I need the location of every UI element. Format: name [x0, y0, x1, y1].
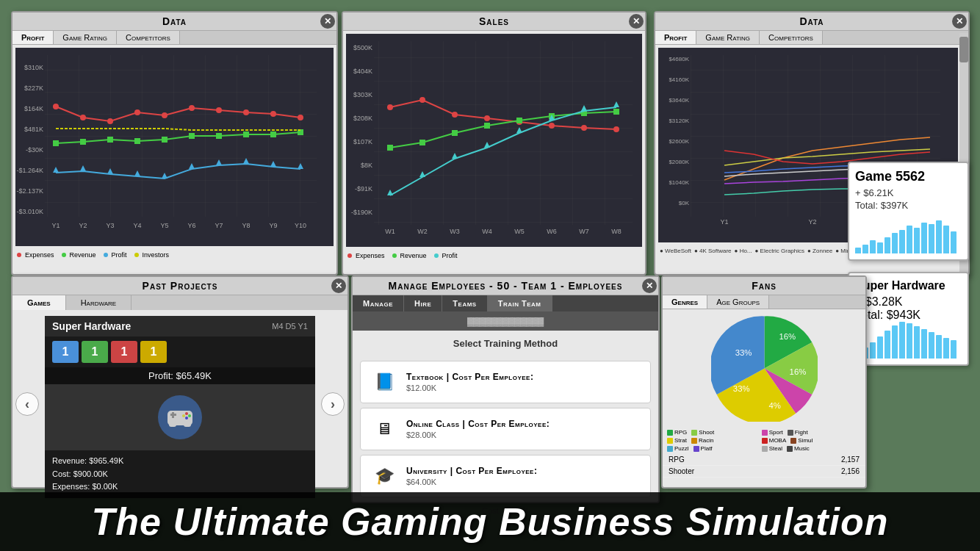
svg-text:$481K: $481K	[24, 126, 43, 133]
fans-legend: RPG Shoot Sport Fight Strat Racin MOBA S…	[663, 427, 865, 454]
tab-hire[interactable]: Hire	[404, 295, 442, 311]
svg-text:16%: 16%	[779, 331, 796, 340]
tab-age-groups[interactable]: Age Groups	[707, 295, 769, 309]
svg-text:$3640K: $3640K	[669, 97, 689, 104]
prev-project-button[interactable]: ‹	[15, 392, 39, 416]
close-past-button[interactable]: ✕	[331, 278, 346, 293]
fans-pie-chart: 16% 16% 33% 4% 33%	[711, 315, 818, 422]
chart-data-left: $310K $227K $164K $481K -$30K -$1.264K -…	[15, 48, 334, 246]
svg-point-70	[452, 112, 458, 118]
svg-text:Y2: Y2	[808, 218, 816, 226]
svg-text:$500K: $500K	[353, 44, 372, 51]
panel-employees-title: Manage Employees - 50 - Team 1 - Employe…	[389, 280, 623, 292]
employees-top-bar: ▓▓▓▓▓▓▓▓▓▓▓▓▓	[353, 311, 658, 331]
panel-past-title: Past Projects	[143, 280, 218, 292]
panel-sales: Sales ✕ $500K $404K $303K $208K $107K $8…	[342, 11, 646, 276]
super-hardware-gain: + $3.28K	[855, 295, 962, 309]
chart-legend-left: Expenses Revenue Profit Investors	[12, 249, 336, 261]
tab-game-rating-left[interactable]: Game Rating	[54, 31, 117, 44]
super-hardware-chart	[855, 322, 962, 359]
university-details: University | Cost Per Employee: $64.00K	[406, 466, 537, 486]
panel-sales-title: Sales	[479, 15, 509, 27]
svg-rect-32	[107, 137, 113, 143]
svg-text:33%: 33%	[735, 348, 752, 357]
past-project-tabs: Games Hardware	[12, 295, 347, 310]
data-right-tabs: Profit Game Rating Competitors	[655, 31, 968, 45]
panel-data-left: Data ✕ Profit Game Rating Competitors $3…	[11, 11, 338, 276]
svg-rect-80	[516, 118, 522, 123]
svg-point-27	[243, 109, 249, 115]
tab-game-rating-right[interactable]: Game Rating	[696, 31, 760, 44]
tab-profit-left[interactable]: Profit	[12, 31, 54, 44]
svg-rect-37	[243, 132, 249, 137]
svg-point-71	[484, 115, 490, 121]
online-class-details: Online Class | Cost Per Employee: $28.00…	[406, 419, 550, 439]
close-sales-button[interactable]: ✕	[629, 14, 644, 29]
project-name: Super Hardware	[52, 320, 131, 332]
svg-text:-$2.137K: -$2.137K	[16, 187, 43, 195]
panel-fans-header: Fans	[663, 277, 865, 295]
project-date: M4 D5 Y1	[272, 322, 308, 331]
next-project-button[interactable]: ›	[321, 392, 345, 416]
svg-rect-51	[374, 41, 633, 225]
fans-tabs: Genres Age Groups	[663, 295, 865, 309]
super-hardware-title: Super Hardware	[855, 279, 962, 292]
svg-point-68	[387, 104, 393, 110]
close-employees-button[interactable]: ✕	[642, 278, 657, 293]
side-panel-game5562: Game 5562 + $6.21K Total: $397K	[848, 162, 969, 261]
chart-svg-left: $310K $227K $164K $481K -$30K -$1.264K -…	[15, 48, 331, 246]
svg-text:$2600K: $2600K	[669, 138, 689, 145]
svg-text:W3: W3	[450, 228, 460, 235]
tab-genres[interactable]: Genres	[663, 295, 707, 309]
project-stats: Revenue: $965.49K Cost: $900.00K Expense…	[45, 450, 315, 498]
project-icon	[154, 392, 206, 443]
svg-text:$4160K: $4160K	[669, 76, 689, 83]
panel-data-left-title: Data	[162, 15, 187, 27]
svg-rect-30	[53, 140, 59, 146]
project-scores: 1 1 1 1	[45, 336, 315, 367]
svg-text:16%: 16%	[789, 367, 806, 376]
panel-fans-title: Fans	[752, 280, 777, 292]
game5562-title: Game 5562	[855, 169, 962, 184]
svg-point-74	[581, 125, 587, 131]
svg-text:$227K: $227K	[24, 84, 43, 92]
svg-rect-38	[270, 132, 276, 137]
svg-text:$208K: $208K	[353, 115, 372, 122]
bottom-banner-text: The Ultimate Gaming Business Simulation	[92, 500, 889, 544]
data-left-tabs: Profit Game Rating Competitors	[12, 31, 336, 45]
training-textbook[interactable]: 📘 Textbook | Cost Per Employee: $12.00K	[360, 361, 651, 403]
svg-point-110	[188, 414, 191, 417]
tab-hardware[interactable]: Hardware	[66, 295, 132, 310]
svg-point-111	[185, 417, 188, 419]
pie-chart-area: 16% 16% 33% 4% 33%	[663, 309, 865, 427]
svg-rect-33	[134, 138, 140, 144]
svg-text:33%: 33%	[732, 383, 749, 392]
svg-point-73	[549, 123, 555, 129]
svg-text:W1: W1	[385, 228, 395, 235]
tab-competitors-right[interactable]: Competitors	[760, 31, 823, 44]
employee-tabs: Manage Hire Teams Train Team	[353, 295, 658, 311]
tab-manage[interactable]: Manage	[353, 295, 404, 311]
project-icon-area	[45, 384, 315, 450]
tab-profit-right[interactable]: Profit	[655, 31, 696, 44]
svg-rect-114	[184, 421, 191, 427]
tab-games[interactable]: Games	[12, 295, 66, 310]
close-data-right-button[interactable]: ✕	[952, 14, 967, 29]
training-section-title: Select Training Method	[353, 331, 658, 356]
close-data-left-button[interactable]: ✕	[320, 14, 335, 29]
svg-text:$1040K: $1040K	[669, 179, 689, 186]
chart-sales-svg: $500K $404K $303K $208K $107K $8K -$91K …	[346, 34, 640, 247]
tab-competitors-left[interactable]: Competitors	[117, 31, 180, 44]
tab-train-team[interactable]: Train Team	[488, 295, 552, 311]
svg-rect-31	[80, 139, 86, 145]
panel-past-projects: Past Projects ✕ Games Hardware ‹ › Super…	[11, 276, 349, 489]
project-card: Super Hardware M4 D5 Y1 1 1 1 1 Profit: …	[45, 316, 315, 498]
tab-teams[interactable]: Teams	[442, 295, 487, 311]
svg-text:$8K: $8K	[361, 162, 372, 169]
panel-data-right-title: Data	[799, 15, 824, 27]
training-online-class[interactable]: 🖥 Online Class | Cost Per Employee: $28.…	[360, 408, 651, 450]
super-hardware-total: Total: $943K	[855, 309, 962, 322]
training-university[interactable]: 🎓 University | Cost Per Employee: $64.00…	[360, 455, 651, 497]
svg-text:-$30K: -$30K	[26, 146, 43, 154]
panel-past-header: Past Projects ✕	[12, 277, 347, 295]
